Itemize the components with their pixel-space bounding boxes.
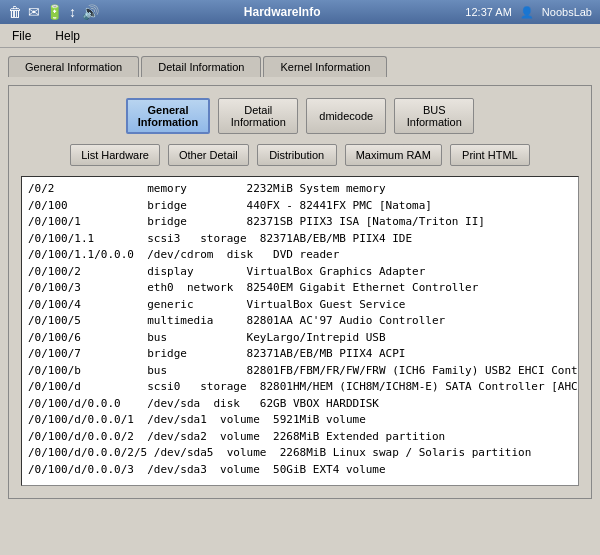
output-line: /0/100/1 bridge 82371SB PIIX3 ISA [Natom… [28, 214, 572, 231]
button-row-2: List Hardware Other Detail Distribution … [21, 144, 579, 166]
other-detail-button[interactable]: Other Detail [168, 144, 249, 166]
username: NoobsLab [542, 6, 592, 18]
clock: 12:37 AM [465, 6, 511, 18]
output-line: /0/100 bridge 440FX - 82441FX PMC [Natom… [28, 198, 572, 215]
output-line: /0/100/7 bridge 82371AB/EB/MB PIIX4 ACPI [28, 346, 572, 363]
bus-information-button[interactable]: BUSInformation [394, 98, 474, 134]
general-information-button[interactable]: GeneralInformation [126, 98, 211, 134]
print-html-button[interactable]: Print HTML [450, 144, 530, 166]
output-line: /0/100/1.1/0.0.0 /dev/cdrom disk DVD rea… [28, 247, 572, 264]
window-title: HardwareInfo [244, 5, 321, 19]
trash-icon[interactable]: 🗑 [8, 4, 22, 20]
dmidecode-button[interactable]: dmidecode [306, 98, 386, 134]
output-line: /0/100/d/0.0.0/3 /dev/sda3 volume 50GiB … [28, 462, 572, 479]
title-bar-left: 🗑 ✉ 🔋 ↕ 🔊 [8, 4, 99, 20]
tab-general-information[interactable]: General Information [8, 56, 139, 77]
list-hardware-button[interactable]: List Hardware [70, 144, 160, 166]
output-line: /0/100/b bus 82801FB/FBM/FR/FW/FRW (ICH6… [28, 363, 572, 380]
tab-kernel-information[interactable]: Kernel Information [263, 56, 387, 77]
menu-help[interactable]: Help [51, 28, 84, 44]
output-area[interactable]: /0/2 memory 2232MiB System memory/0/100 … [21, 176, 579, 486]
button-row-1: GeneralInformation DetailInformation dmi… [21, 98, 579, 134]
network-icon[interactable]: ↕ [69, 4, 76, 20]
title-bar-icons: 🗑 ✉ 🔋 ↕ 🔊 [8, 4, 99, 20]
title-bar-right: 12:37 AM 👤 NoobsLab [465, 6, 592, 19]
tab-bar: General Information Detail Information K… [8, 56, 592, 77]
battery-icon[interactable]: 🔋 [46, 4, 63, 20]
output-line: /0/100/4 generic VirtualBox Guest Servic… [28, 297, 572, 314]
user-icon: 👤 [520, 6, 534, 19]
volume-icon[interactable]: 🔊 [82, 4, 99, 20]
output-line: /0/100/2 display VirtualBox Graphics Ada… [28, 264, 572, 281]
maximum-ram-button[interactable]: Maximum RAM [345, 144, 442, 166]
tab-detail-information[interactable]: Detail Information [141, 56, 261, 77]
output-line: /0/100/d/0.0.0/1 /dev/sda1 volume 5921Mi… [28, 412, 572, 429]
output-line: /0/100/d/0.0.0 /dev/sda disk 62GB VBOX H… [28, 396, 572, 413]
panel: GeneralInformation DetailInformation dmi… [8, 85, 592, 499]
output-line: /0/100/1.1 scsi3 storage 82371AB/EB/MB P… [28, 231, 572, 248]
menu-bar: File Help [0, 24, 600, 48]
menu-file[interactable]: File [8, 28, 35, 44]
output-line: /0/100/d/0.0.0/2/5 /dev/sda5 volume 2268… [28, 445, 572, 462]
output-line: /0/100/d scsi0 storage 82801HM/HEM (ICH8… [28, 379, 572, 396]
title-bar: 🗑 ✉ 🔋 ↕ 🔊 HardwareInfo 12:37 AM 👤 NoobsL… [0, 0, 600, 24]
output-line: /0/100/6 bus KeyLargo/Intrepid USB [28, 330, 572, 347]
distribution-button[interactable]: Distribution [257, 144, 337, 166]
output-line: /0/100/3 eth0 network 82540EM Gigabit Et… [28, 280, 572, 297]
mail-icon[interactable]: ✉ [28, 4, 40, 20]
output-line: /0/100/5 multimedia 82801AA AC'97 Audio … [28, 313, 572, 330]
main-content: General Information Detail Information K… [0, 48, 600, 507]
output-line: /0/100/d/0.0.0/2 /dev/sda2 volume 2268Mi… [28, 429, 572, 446]
output-line: /0/2 memory 2232MiB System memory [28, 181, 572, 198]
detail-information-button[interactable]: DetailInformation [218, 98, 298, 134]
